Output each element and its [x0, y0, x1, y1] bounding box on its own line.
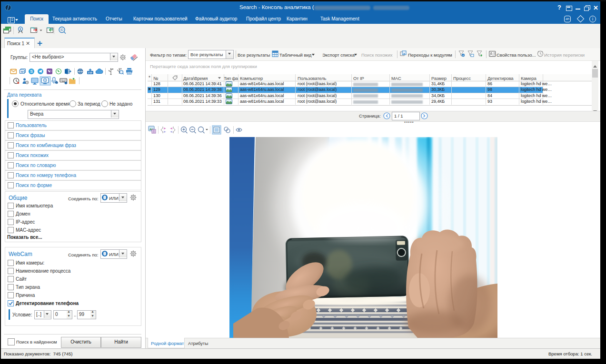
svg-text:HTTP: HTTP	[78, 70, 83, 73]
svg-text:IM: IM	[20, 70, 24, 73]
svg-text:FTP: FTP	[88, 72, 92, 74]
svg-text:ID: ID	[60, 28, 64, 31]
svg-text:S: S	[30, 69, 33, 74]
